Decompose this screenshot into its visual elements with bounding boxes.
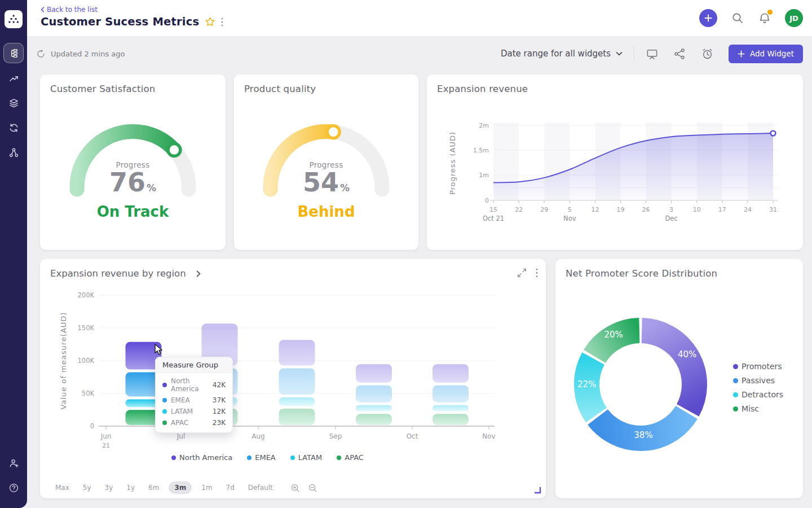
range-button-6m[interactable]: 6m — [144, 481, 163, 494]
svg-text:Jul: Jul — [176, 432, 185, 440]
legend-item[interactable]: LATAM — [290, 453, 322, 462]
range-button-default[interactable]: Default — [244, 481, 277, 494]
favorite-star-icon[interactable] — [205, 16, 215, 27]
svg-text:3: 3 — [669, 206, 673, 213]
tooltip-series-name: North America — [171, 377, 209, 393]
tooltip-series-name: APAC — [171, 419, 188, 427]
legend-dot — [733, 406, 738, 411]
chevron-right-icon[interactable] — [196, 270, 201, 277]
gauge-value: 54% — [234, 169, 418, 195]
tooltip-series-value: 23K — [213, 419, 226, 427]
last-updated-label: Updated 2 mins ago — [51, 50, 125, 58]
tooltip-row: North America 42K — [156, 375, 232, 395]
range-button-5y[interactable]: 5y — [79, 481, 95, 494]
refresh-icon — [36, 49, 46, 59]
range-button-1m[interactable]: 1m — [197, 481, 216, 494]
legend-item[interactable]: North America — [171, 453, 232, 462]
title-menu-button[interactable] — [221, 17, 223, 27]
app-logo-icon — [8, 14, 19, 25]
sidebar-item-datasets[interactable] — [3, 93, 24, 113]
expand-icon[interactable] — [517, 268, 527, 278]
range-button-7d[interactable]: 7d — [222, 481, 239, 494]
date-range-label: Date range for all widgets — [501, 49, 611, 59]
search-button[interactable] — [731, 11, 744, 25]
notifications-button[interactable] — [758, 11, 771, 25]
zoom-buttons — [290, 483, 317, 493]
range-button-max[interactable]: Max — [51, 481, 73, 494]
add-widget-button[interactable]: Add Widget — [729, 45, 803, 63]
sidebar-item-dashboards[interactable] — [3, 43, 24, 63]
sidebar-item-sync[interactable] — [3, 117, 24, 138]
svg-text:17: 17 — [718, 206, 726, 213]
tooltip-series-value: 12K — [213, 408, 226, 415]
zoom-in-icon[interactable] — [290, 483, 300, 493]
widget-title: Expansion revenue by region — [50, 268, 186, 279]
svg-text:19: 19 — [617, 206, 625, 213]
tooltip-series-value: 37K — [213, 396, 226, 404]
presentation-icon — [646, 47, 659, 60]
help-button[interactable] — [3, 478, 24, 498]
legend-label: North America — [179, 453, 232, 462]
tooltip-series-dot — [162, 409, 167, 414]
svg-text:Aug: Aug — [251, 432, 264, 440]
share-nodes-icon — [673, 47, 686, 60]
legend-label: Passives — [742, 376, 775, 385]
widget-title: Net Promoter Score Distribution — [566, 268, 717, 279]
invite-user-button[interactable] — [3, 453, 24, 473]
tooltip-row: LATAM 12K — [156, 406, 232, 417]
sidebar-item-integrations[interactable] — [3, 142, 24, 163]
share-button[interactable] — [673, 47, 686, 60]
sidebar-item-metrics[interactable] — [3, 68, 24, 88]
legend-dot — [171, 456, 176, 460]
range-button-3y[interactable]: 3y — [101, 481, 117, 494]
svg-text:1.5m: 1.5m — [473, 147, 489, 154]
svg-text:10: 10 — [693, 206, 701, 213]
tooltip-row: APAC 23K — [156, 417, 232, 428]
legend-item[interactable]: EMEA — [247, 453, 276, 462]
legend-item[interactable]: Misc — [733, 404, 783, 413]
mouse-cursor — [153, 344, 164, 356]
chart-legend: PromotersPassivesDetractorsMisc — [733, 362, 783, 413]
page-title: Customer Sucess Metrics — [41, 15, 199, 28]
dashboard-toolbar: Updated 2 mins ago Date range for all wi… — [27, 36, 812, 71]
back-link[interactable]: Back to the list — [41, 6, 98, 14]
schedule-button[interactable] — [701, 47, 714, 60]
legend-label: LATAM — [298, 453, 322, 462]
create-new-button[interactable] — [699, 9, 717, 27]
help-icon — [8, 483, 19, 493]
svg-text:Sep: Sep — [329, 432, 342, 440]
widget-title: Product quality — [244, 84, 316, 94]
kebab-menu-icon[interactable] — [536, 268, 538, 278]
svg-text:2m: 2m — [479, 122, 489, 129]
tooltip-row: EMEA 37K — [156, 395, 232, 406]
stacked-bar-chart: Jun21JulAugSepOctNov050K100K150K200KValu… — [40, 259, 546, 451]
date-range-select[interactable]: Date range for all widgets — [501, 49, 623, 59]
widget-customer-satisfaction: Customer Satisfaction Progress 76% On Tr… — [40, 75, 226, 250]
presentation-mode-button[interactable] — [646, 47, 659, 60]
legend-item[interactable]: Detractors — [733, 390, 783, 399]
zoom-out-icon[interactable] — [308, 483, 317, 493]
legend-item[interactable]: Promoters — [733, 362, 783, 371]
range-button-3m[interactable]: 3m — [169, 481, 192, 494]
resize-handle[interactable] — [533, 485, 541, 494]
gauge-value: 76% — [40, 169, 226, 195]
topbar: Back to the list Customer Sucess Metrics — [27, 0, 812, 36]
add-widget-label: Add Widget — [750, 49, 794, 58]
alarm-clock-icon — [701, 47, 714, 60]
legend-dot — [247, 456, 251, 460]
svg-text:Oct: Oct — [407, 432, 418, 440]
legend-item[interactable]: APAC — [337, 453, 364, 462]
share-nodes-icon — [8, 147, 19, 158]
widget-expansion-revenue: Expansion revenue 1522295121926310172431… — [427, 75, 803, 250]
legend-dot — [337, 456, 341, 460]
legend-item[interactable]: Passives — [733, 376, 783, 385]
content: Updated 2 mins ago Date range for all wi… — [27, 36, 812, 508]
svg-text:0: 0 — [485, 197, 489, 204]
title-row: Customer Sucess Metrics — [41, 15, 223, 28]
range-button-1y[interactable]: 1y — [122, 481, 139, 494]
svg-text:Dec: Dec — [665, 214, 677, 222]
toolbar-divider — [634, 46, 634, 61]
avatar[interactable]: JD — [785, 9, 803, 27]
legend-dot — [733, 364, 738, 369]
tooltip-series-name: EMEA — [171, 396, 190, 404]
